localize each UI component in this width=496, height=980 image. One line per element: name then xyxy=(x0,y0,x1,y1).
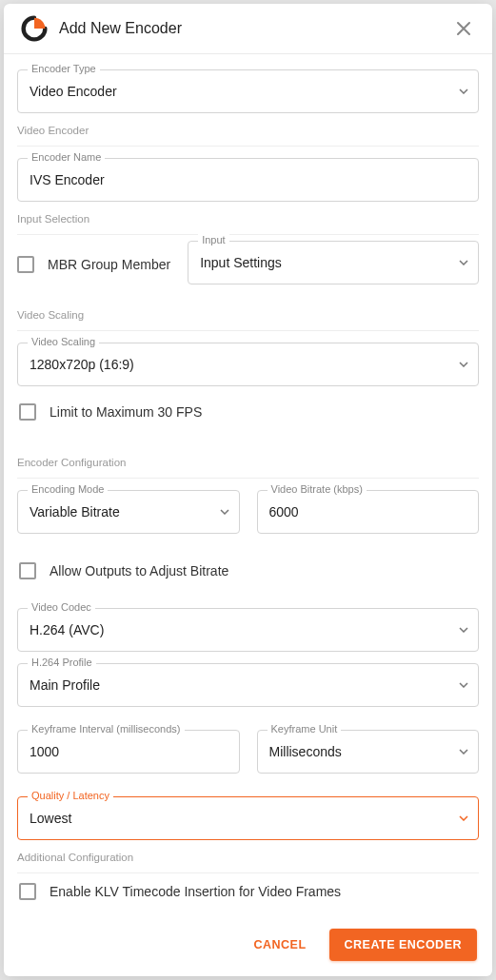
limit-fps-label: Limit to Maximum 30 FPS xyxy=(50,404,202,420)
dialog-body: Encoder Type Video Encoder Video Encoder… xyxy=(4,54,492,915)
quality-latency-label: Quality / Latency xyxy=(28,790,113,801)
keyframe-interval-input[interactable] xyxy=(18,731,239,773)
close-button[interactable] xyxy=(450,15,477,42)
mbr-checkbox-row[interactable]: MBR Group Member xyxy=(17,235,170,273)
encoder-type-label: Encoder Type xyxy=(28,63,100,74)
encoding-mode-value: Variable Bitrate xyxy=(18,491,239,533)
input-value: Input Settings xyxy=(188,242,478,284)
keyframe-unit-value: Milliseconds xyxy=(258,731,479,773)
limit-fps-row[interactable]: Limit to Maximum 30 FPS xyxy=(17,398,479,426)
encoder-name-label: Encoder Name xyxy=(28,151,105,163)
quality-latency-value: Lowest xyxy=(18,797,478,839)
close-icon xyxy=(456,21,471,36)
create-encoder-button[interactable]: CREATE ENCODER xyxy=(329,929,477,961)
encoder-type-value: Video Encoder xyxy=(18,70,478,112)
encoding-mode-label: Encoding Mode xyxy=(28,483,108,495)
allow-adjust-label: Allow Outputs to Adjust Bitrate xyxy=(50,563,228,578)
section-additional-config: Additional Configuration xyxy=(17,852,479,863)
mbr-checkbox[interactable] xyxy=(17,256,34,273)
klv-label: Enable KLV Timecode Insertion for Video … xyxy=(50,884,341,899)
video-scaling-label: Video Scaling xyxy=(28,336,99,347)
video-codec-select[interactable]: Video Codec H.264 (AVC) xyxy=(17,608,479,652)
section-input-selection: Input Selection xyxy=(17,213,479,225)
allow-adjust-checkbox[interactable] xyxy=(19,562,36,579)
h264-profile-label: H.264 Profile xyxy=(28,657,96,668)
section-video-encoder: Video Encoder xyxy=(17,125,479,136)
quality-latency-select[interactable]: Quality / Latency Lowest xyxy=(17,796,479,840)
dialog-header: Add New Encoder xyxy=(4,4,492,54)
add-encoder-dialog: Add New Encoder Encoder Type Video Encod… xyxy=(4,4,492,976)
video-bitrate-label: Video Bitrate (kbps) xyxy=(268,483,367,495)
limit-fps-checkbox[interactable] xyxy=(19,403,36,421)
h264-profile-select[interactable]: H.264 Profile Main Profile xyxy=(17,663,479,707)
video-bitrate-field[interactable]: Video Bitrate (kbps) xyxy=(257,490,480,534)
app-logo-icon xyxy=(21,15,48,42)
video-scaling-value: 1280x720p (16:9) xyxy=(18,343,478,385)
section-video-scaling: Video Scaling xyxy=(17,309,479,321)
h264-profile-value: Main Profile xyxy=(18,664,478,706)
klv-checkbox[interactable] xyxy=(19,883,36,900)
video-codec-value: H.264 (AVC) xyxy=(18,609,478,651)
keyframe-interval-field[interactable]: Keyframe Interval (milliseconds) xyxy=(17,730,240,774)
input-select[interactable]: Input Input Settings xyxy=(188,241,479,284)
video-bitrate-input[interactable] xyxy=(258,491,479,533)
encoder-type-select[interactable]: Encoder Type Video Encoder xyxy=(17,69,479,113)
input-label: Input xyxy=(198,234,228,245)
divider xyxy=(17,872,479,873)
keyframe-unit-select[interactable]: Keyframe Unit Milliseconds xyxy=(257,730,480,774)
mbr-checkbox-label: MBR Group Member xyxy=(48,257,170,272)
section-encoder-config: Encoder Configuration xyxy=(17,457,479,468)
keyframe-interval-label: Keyframe Interval (milliseconds) xyxy=(28,723,185,735)
klv-row[interactable]: Enable KLV Timecode Insertion for Video … xyxy=(17,877,479,906)
video-codec-label: Video Codec xyxy=(28,601,95,613)
divider xyxy=(17,330,479,331)
encoder-name-field[interactable]: Encoder Name xyxy=(17,158,479,202)
video-scaling-select[interactable]: Video Scaling 1280x720p (16:9) xyxy=(17,343,479,386)
divider xyxy=(17,146,479,147)
encoder-name-input[interactable] xyxy=(18,159,478,201)
keyframe-unit-label: Keyframe Unit xyxy=(268,723,342,735)
dialog-title: Add New Encoder xyxy=(59,20,450,37)
allow-adjust-row[interactable]: Allow Outputs to Adjust Bitrate xyxy=(17,557,479,585)
cancel-button[interactable]: CANCEL xyxy=(246,929,313,961)
encoding-mode-select[interactable]: Encoding Mode Variable Bitrate xyxy=(17,490,240,534)
dialog-footer: CANCEL CREATE ENCODER xyxy=(4,915,492,976)
